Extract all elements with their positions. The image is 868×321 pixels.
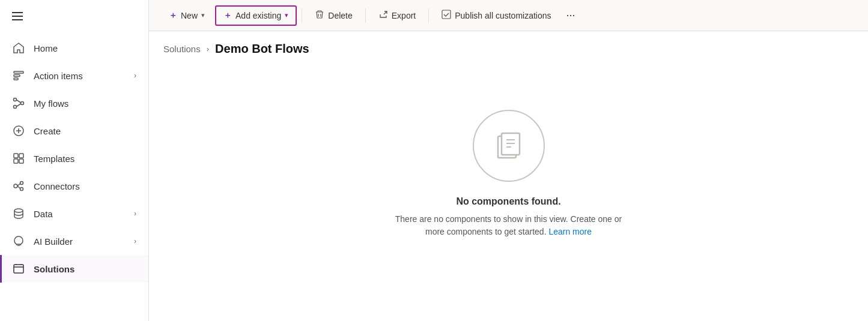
learn-more-link[interactable]: Learn more [548, 227, 592, 236]
export-button[interactable]: Export [371, 5, 423, 25]
sidebar-item-solutions[interactable]: Solutions [0, 255, 148, 283]
templates-icon [12, 152, 25, 165]
svg-point-16 [20, 188, 23, 191]
export-label: Export [392, 11, 416, 20]
add-existing-plus-icon: ＋ [223, 10, 232, 21]
action-icon [12, 69, 25, 82]
plus-icon: ＋ [169, 10, 177, 21]
empty-state: No components found. There are no compon… [149, 63, 868, 321]
ai-icon [12, 235, 25, 248]
sidebar-item-action-items-label: Action items [34, 71, 83, 81]
svg-point-7 [21, 102, 24, 105]
main-content: ＋ New ▾ ＋ Add existing ▾ Delete [149, 0, 868, 321]
chevron-down-icon: › [134, 209, 136, 218]
sidebar-item-ai-builder[interactable]: AI Builder › [0, 227, 148, 255]
breadcrumb-separator: › [207, 44, 209, 53]
chevron-down-icon: › [134, 237, 136, 245]
trash-icon [315, 10, 324, 21]
svg-rect-0 [12, 12, 23, 13]
add-existing-label: Add existing [235, 11, 281, 20]
svg-rect-1 [12, 16, 23, 17]
chevron-down-icon: › [134, 71, 136, 80]
add-existing-chevron-icon: ▾ [285, 11, 288, 19]
sidebar-item-connectors[interactable]: Connectors [0, 172, 148, 200]
new-button-label: New [181, 11, 198, 20]
svg-point-6 [14, 98, 17, 101]
sidebar-item-action-items[interactable]: Action items › [0, 62, 148, 89]
svg-rect-4 [14, 75, 20, 77]
create-icon [12, 124, 25, 137]
svg-rect-12 [14, 159, 18, 163]
toolbar-separator-2 [365, 8, 366, 23]
sidebar-item-home[interactable]: Home [0, 34, 148, 62]
empty-title: No components found. [456, 196, 560, 207]
svg-point-17 [14, 209, 23, 212]
sidebar: Home Action items › My flows [0, 0, 149, 321]
connectors-icon [12, 179, 25, 193]
svg-rect-11 [19, 154, 23, 158]
sidebar-item-home-label: Home [34, 43, 58, 53]
sidebar-item-data[interactable]: Data › [0, 200, 148, 227]
add-existing-button[interactable]: ＋ Add existing ▾ [215, 5, 297, 26]
svg-rect-13 [19, 159, 23, 163]
sidebar-item-create-label: Create [34, 126, 61, 136]
sidebar-item-my-flows[interactable]: My flows [0, 89, 148, 117]
svg-rect-2 [12, 19, 23, 20]
delete-label: Delete [328, 11, 352, 20]
svg-rect-18 [14, 265, 23, 273]
hamburger-menu[interactable] [0, 0, 148, 34]
more-options-button[interactable]: ··· [562, 7, 580, 24]
delete-button[interactable]: Delete [307, 5, 360, 25]
empty-icon-circle [473, 110, 545, 182]
breadcrumb-current-page: Demo Bot Flows [215, 42, 309, 56]
svg-point-15 [20, 182, 23, 185]
home-icon [12, 41, 25, 55]
sidebar-item-my-flows-label: My flows [34, 98, 68, 109]
breadcrumb-solutions-link[interactable]: Solutions [163, 44, 201, 54]
svg-rect-19 [442, 10, 451, 19]
toolbar-separator-3 [428, 8, 429, 23]
export-icon [378, 10, 388, 21]
toolbar-separator-1 [302, 8, 302, 23]
svg-rect-5 [14, 78, 18, 80]
svg-point-8 [14, 106, 17, 109]
toolbar: ＋ New ▾ ＋ Add existing ▾ Delete [149, 0, 868, 31]
breadcrumb: Solutions › Demo Bot Flows [149, 31, 868, 63]
publish-label: Publish all customizations [455, 11, 551, 20]
svg-rect-3 [14, 71, 23, 73]
sidebar-item-connectors-label: Connectors [34, 181, 80, 191]
publish-button[interactable]: Publish all customizations [434, 5, 559, 25]
sidebar-item-data-label: Data [34, 209, 53, 219]
publish-icon [442, 10, 451, 21]
sidebar-item-ai-builder-label: AI Builder [34, 236, 73, 247]
new-chevron-icon: ▾ [201, 11, 205, 19]
sidebar-item-templates[interactable]: Templates [0, 145, 148, 172]
svg-point-14 [14, 184, 17, 188]
sidebar-item-create[interactable]: Create [0, 117, 148, 145]
empty-description: There are no components to show in this … [395, 213, 623, 238]
sidebar-item-solutions-label: Solutions [34, 264, 74, 274]
sidebar-item-templates-label: Templates [34, 154, 74, 164]
data-icon [12, 207, 25, 220]
flows-icon [12, 97, 25, 110]
new-button[interactable]: ＋ New ▾ [161, 6, 213, 25]
svg-rect-10 [14, 154, 18, 158]
solutions-icon [12, 262, 25, 275]
